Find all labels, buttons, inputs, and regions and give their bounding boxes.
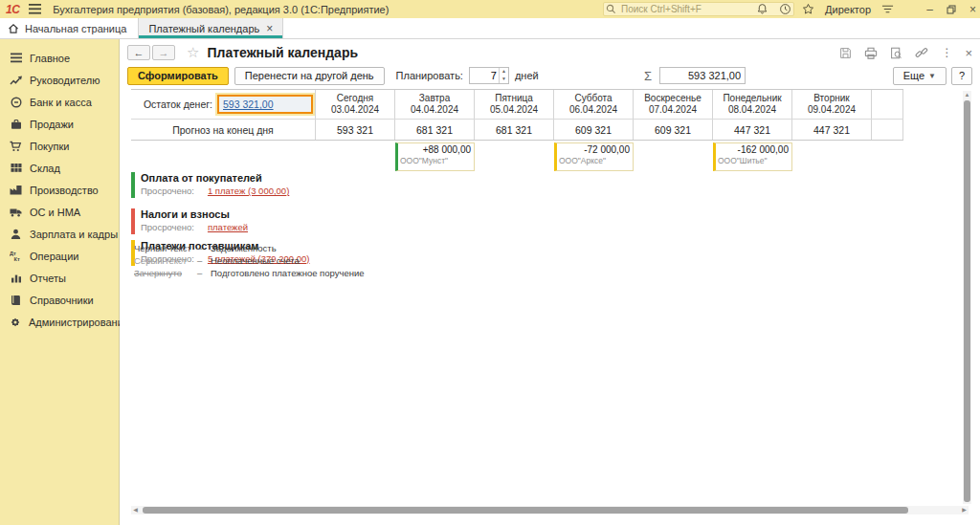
legend-dash: –: [197, 254, 211, 267]
sidebar-item-label: Банк и касса: [30, 97, 92, 108]
tab-home-label: Начальная страница: [25, 23, 126, 34]
minimize-icon[interactable]: –: [926, 4, 933, 15]
payment-cell[interactable]: +88 000,00ООО"Мунст": [395, 142, 475, 171]
forecast-value: 447 321: [792, 120, 872, 140]
back-button[interactable]: ←: [127, 45, 150, 60]
sidebar-item-label: Производство: [30, 185, 99, 196]
payment-amount: -162 000,00: [718, 144, 789, 155]
sidebar-item-pokupki[interactable]: Покупки: [0, 135, 119, 157]
forecast-value: 593 321: [316, 120, 395, 140]
search-icon: [606, 4, 616, 14]
gear-icon: [10, 317, 21, 328]
link-icon[interactable]: [915, 46, 928, 59]
step-up-icon[interactable]: ▲: [500, 68, 508, 76]
vertical-scroll-thumb[interactable]: [964, 100, 970, 502]
overdue-link[interactable]: платежей: [208, 222, 248, 232]
stepper-arrows[interactable]: ▲▼: [499, 68, 508, 83]
horizontal-scrollbar[interactable]: ◀ ▶: [131, 506, 969, 514]
scroll-left-icon[interactable]: ◀: [131, 506, 140, 514]
dt-kt-icon: ДтКт: [10, 251, 22, 262]
sidebar-item-os[interactable]: ОС и НМА: [0, 201, 119, 223]
sidebar-item-glavnoe[interactable]: Главное: [0, 47, 119, 69]
preview-icon[interactable]: [890, 47, 902, 59]
section-color-bar: [131, 172, 135, 198]
tab-payment-calendar[interactable]: Платежный календарь ×: [138, 18, 283, 38]
section-title: Оплата от покупателей: [141, 172, 475, 184]
balance-field[interactable]: 593 321,00: [217, 95, 313, 114]
sidebar-item-prodazhi[interactable]: Продажи: [0, 113, 119, 135]
day-name: Суббота: [554, 93, 633, 104]
sidebar-item-bank[interactable]: Банк и касса: [0, 91, 119, 113]
forecast-value: 609 321: [634, 120, 713, 140]
balance-cell: Остаток денег: 593 321,00: [131, 90, 316, 119]
sidebar-item-label: Справочники: [30, 295, 94, 306]
section-title: Налоги и взносы: [141, 208, 475, 220]
forecast-filler-cell: [872, 120, 903, 140]
legend-sample: Серый текст: [134, 254, 197, 267]
trend-chart-icon: [10, 75, 22, 86]
current-user[interactable]: Директор: [825, 4, 871, 15]
history-clock-icon[interactable]: [779, 3, 791, 15]
forward-button[interactable]: →: [152, 45, 175, 60]
print-icon[interactable]: [864, 47, 878, 59]
close-form-icon[interactable]: ×: [965, 46, 972, 60]
sidebar-item-operacii[interactable]: ДтКтОперации: [0, 245, 119, 267]
move-to-another-day-button[interactable]: Перенести на другой день: [234, 67, 385, 85]
payment-amount: +88 000,00: [400, 144, 471, 155]
vertical-scrollbar[interactable]: ▲: [963, 91, 971, 504]
sidebar-item-label: Склад: [30, 163, 60, 174]
save-icon[interactable]: [839, 47, 852, 59]
kebab-menu-icon[interactable]: ⋮: [941, 46, 952, 59]
briefcase-icon: [10, 119, 22, 130]
sidebar-nav: ГлавноеРуководителюБанк и кассаПродажиПо…: [0, 47, 119, 333]
sidebar-item-proizv[interactable]: Производство: [0, 179, 119, 201]
sidebar-item-admin[interactable]: Администрирование: [0, 311, 119, 333]
close-icon[interactable]: ×: [969, 4, 976, 15]
generate-button[interactable]: Сформировать: [127, 67, 229, 85]
bar-chart-icon: [10, 273, 22, 283]
day-date: 09.04.2024: [792, 104, 871, 116]
payment-cell[interactable]: -162 000,00ООО"Шитье": [713, 142, 792, 171]
service-menu-icon[interactable]: [881, 4, 894, 14]
day-date: 03.04.2024: [316, 104, 394, 116]
main-menu-icon[interactable]: [29, 4, 41, 14]
favorites-star-icon[interactable]: [802, 3, 814, 15]
1c-logo-icon: 1С: [6, 3, 19, 16]
horizontal-scroll-thumb[interactable]: [143, 507, 908, 514]
day-name: Воскресенье: [634, 93, 712, 104]
total-sum-field[interactable]: [659, 67, 746, 84]
close-tab-icon[interactable]: ×: [266, 23, 273, 34]
app-window: 1С Бухгалтерия предприятия (базовая), ре…: [0, 0, 980, 525]
more-button[interactable]: Еще▼: [893, 67, 947, 85]
page-header: ← → ☆ Платежный календарь ⋮ ×: [127, 43, 972, 62]
days-label: дней: [515, 70, 539, 81]
truck-icon: [10, 207, 22, 217]
plan-days-stepper[interactable]: ▲▼: [469, 67, 509, 84]
help-button[interactable]: ?: [951, 67, 972, 85]
payment-section: Оплата от покупателейПросрочено:1 платеж…: [131, 142, 903, 196]
sidebar-item-label: Продажи: [30, 119, 74, 130]
balance-label: Остаток денег:: [144, 98, 212, 110]
plan-days-input[interactable]: [470, 68, 499, 83]
sidebar-item-otchety[interactable]: Отчеты: [0, 267, 119, 289]
scroll-right-icon[interactable]: ▶: [960, 506, 969, 514]
column-header-day: Вторник09.04.2024: [792, 90, 872, 119]
sidebar-item-sklad[interactable]: Склад: [0, 157, 119, 179]
sidebar-item-sprav[interactable]: Справочники: [0, 289, 119, 311]
payment-cell[interactable]: -72 000,00ООО"Арксе": [554, 142, 634, 171]
tab-home[interactable]: Начальная страница: [0, 18, 138, 38]
restore-icon[interactable]: [947, 5, 956, 14]
payment-org: ООО"Арксе": [559, 156, 630, 165]
column-header-day: Понедельник08.04.2024: [713, 90, 792, 119]
grid-icon: [10, 163, 22, 173]
notifications-bell-icon[interactable]: [756, 3, 768, 15]
scroll-up-icon[interactable]: ▲: [963, 91, 971, 99]
legend-dash: –: [197, 242, 211, 254]
sidebar-item-rukovod[interactable]: Руководителю: [0, 69, 119, 91]
favorite-star-icon[interactable]: ☆: [187, 44, 199, 61]
sidebar-item-zarplata[interactable]: Зарплата и кадры: [0, 223, 119, 245]
overdue-link[interactable]: 1 платеж (3 000,00): [208, 186, 289, 196]
step-down-icon[interactable]: ▼: [500, 76, 508, 83]
balance-amount-link[interactable]: 593 321,00: [223, 98, 274, 110]
tab-bar: Начальная страница Платежный календарь ×: [0, 18, 980, 39]
